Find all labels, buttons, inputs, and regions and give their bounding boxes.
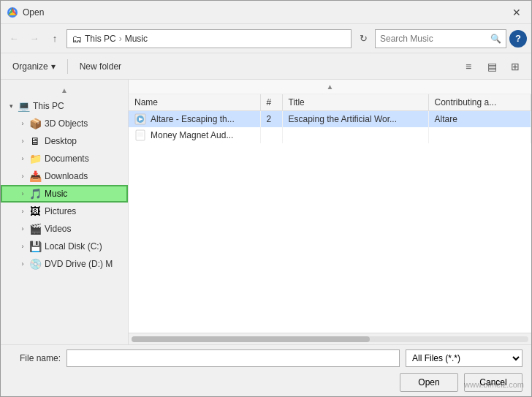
filetype-select[interactable]: All Files (*.*)Audio FilesMP3 FilesWAV F… — [406, 349, 522, 367]
open-button[interactable]: Open — [400, 373, 458, 392]
sidebar-item-local-disk-c[interactable]: ›💾Local Disk (C:) — [1, 238, 128, 255]
expand-icon-videos[interactable]: › — [17, 223, 28, 235]
file-icon-row2: Money Magnet Aud... — [134, 129, 254, 141]
blank-file-icon — [134, 129, 146, 141]
path-part-thispc: This PC — [85, 34, 116, 44]
cell-contributing — [428, 127, 531, 143]
help-button[interactable]: ? — [509, 30, 527, 48]
media-file-icon — [134, 113, 146, 125]
cancel-button[interactable]: Cancel — [464, 373, 522, 392]
back-button[interactable]: ← — [5, 30, 23, 48]
expand-icon-downloads[interactable]: › — [17, 170, 28, 182]
organize-label: Organize — [12, 61, 48, 72]
address-path[interactable]: 🗂 This PC › Music — [66, 29, 352, 48]
cell-title: Escaping the Artificial Wor... — [282, 111, 428, 128]
expand-icon-dvd-drive-d[interactable]: › — [17, 258, 28, 270]
sidebar-item-videos[interactable]: ›🎬Videos — [1, 220, 128, 238]
cell-title — [282, 127, 428, 143]
tree-icon-music: 🎵 — [28, 187, 42, 200]
file-name-row2: Money Magnet Aud... — [151, 130, 233, 140]
hscroll-area[interactable] — [129, 333, 531, 344]
file-list-container: ▲ Name # Title Contributing a... — [129, 80, 531, 344]
file-table: Name # Title Contributing a... Altare - … — [129, 94, 531, 143]
tree-icon-videos: 🎬 — [28, 222, 42, 235]
open-dialog: Open ✕ ← → ↑ 🗂 This PC › Music ↻ 🔍 ? Org… — [0, 0, 532, 397]
refresh-button[interactable]: ↻ — [354, 30, 372, 48]
sidebar-label-pictures: Pictures — [45, 206, 76, 216]
table-row[interactable]: Money Magnet Aud... — [129, 127, 531, 143]
window-title: Open — [23, 7, 44, 18]
tree-icon-desktop: 🖥 — [28, 135, 42, 148]
sidebar: ▲ ▾💻This PC›📦3D Objects›🖥Desktop›📁Docume… — [1, 80, 129, 344]
toolbar-divider — [67, 59, 68, 74]
svg-rect-5 — [136, 130, 145, 140]
action-row: Open Cancel — [10, 373, 522, 392]
sidebar-label-this-pc: This PC — [33, 101, 64, 111]
new-folder-button[interactable]: New folder — [74, 57, 127, 76]
path-part-music: Music — [125, 34, 148, 44]
tree-icon-documents: 📁 — [28, 152, 42, 165]
sidebar-item-desktop[interactable]: ›🖥Desktop — [1, 132, 128, 150]
sidebar-scroll-up[interactable]: ▲ — [1, 83, 128, 97]
hscroll-thumb — [132, 336, 370, 342]
sidebar-item-pictures[interactable]: ›🖼Pictures — [1, 203, 128, 220]
title-bar: Open ✕ — [1, 1, 531, 24]
tree-icon-downloads: 📥 — [28, 170, 42, 183]
col-name[interactable]: Name — [129, 94, 260, 111]
file-name-row1: Altare - Escaping th... — [151, 114, 235, 124]
col-contributing[interactable]: Contributing a... — [428, 94, 531, 111]
file-list-scroll[interactable]: ▲ Name # Title Contributing a... — [129, 80, 531, 333]
sidebar-label-videos: Videos — [45, 224, 71, 234]
sidebar-item-this-pc[interactable]: ▾💻This PC — [1, 97, 128, 115]
view-extra-button[interactable]: ⊞ — [505, 57, 525, 76]
tree-icon-pictures: 🖼 — [28, 205, 42, 218]
col-track[interactable]: # — [260, 94, 282, 111]
address-bar: ← → ↑ 🗂 This PC › Music ↻ 🔍 ? — [1, 24, 531, 53]
filename-input[interactable] — [66, 349, 400, 367]
sidebar-label-downloads: Downloads — [45, 171, 88, 181]
sidebar-item-music[interactable]: ›🎵Music — [1, 185, 128, 203]
sidebar-item-documents[interactable]: ›📁Documents — [1, 150, 128, 167]
sidebar-label-desktop: Desktop — [45, 136, 77, 146]
sidebar-label-music: Music — [45, 189, 67, 199]
bottom-bar: File name: All Files (*.*)Audio FilesMP3… — [1, 344, 531, 396]
organize-button[interactable]: Organize ▾ — [7, 57, 61, 76]
hscroll-track — [132, 336, 528, 342]
close-button[interactable]: ✕ — [508, 4, 525, 21]
view-list-button[interactable]: ≡ — [458, 57, 479, 76]
tree-icon-local-disk-c: 💾 — [28, 240, 42, 253]
search-input[interactable] — [380, 34, 487, 44]
tree-icon-this-pc: 💻 — [17, 99, 30, 113]
expand-icon-this-pc[interactable]: ▾ — [5, 100, 17, 112]
sidebar-item-downloads[interactable]: ›📥Downloads — [1, 167, 128, 185]
expand-icon-local-disk-c[interactable]: › — [17, 241, 28, 252]
search-box: 🔍 — [375, 29, 506, 48]
forward-button[interactable]: → — [26, 30, 43, 48]
expand-icon-desktop[interactable]: › — [17, 135, 28, 147]
table-row[interactable]: Altare - Escaping th...2Escaping the Art… — [129, 111, 531, 128]
tree-icon-3d-objects: 📦 — [28, 117, 42, 130]
col-title[interactable]: Title — [282, 94, 428, 111]
up-button[interactable]: ↑ — [46, 30, 64, 48]
view-detail-button[interactable]: ▤ — [482, 57, 502, 76]
toolbar: Organize ▾ New folder ≡ ▤ ⊞ — [1, 53, 531, 80]
table-header: Name # Title Contributing a... — [129, 94, 531, 111]
expand-icon-3d-objects[interactable]: › — [17, 118, 28, 129]
cell-name: Money Magnet Aud... — [129, 127, 260, 143]
title-bar-left: Open — [7, 7, 44, 18]
expand-icon-documents[interactable]: › — [17, 153, 28, 165]
window-icon — [7, 7, 18, 18]
sidebar-item-dvd-drive-d[interactable]: ›💿DVD Drive (D:) M — [1, 255, 128, 273]
sidebar-label-dvd-drive-d: DVD Drive (D:) M — [45, 259, 113, 269]
expand-icon-pictures[interactable]: › — [17, 205, 28, 217]
main-content: ▲ ▾💻This PC›📦3D Objects›🖥Desktop›📁Docume… — [1, 80, 531, 344]
organize-arrow: ▾ — [51, 61, 56, 72]
tree-icon-dvd-drive-d: 💿 — [28, 257, 42, 271]
expand-icon-music[interactable]: › — [17, 188, 28, 200]
filename-row: File name: All Files (*.*)Audio FilesMP3… — [10, 349, 522, 367]
sidebar-item-3d-objects[interactable]: ›📦3D Objects — [1, 115, 128, 132]
search-icon[interactable]: 🔍 — [490, 33, 501, 45]
cell-track: 2 — [260, 111, 282, 128]
sidebar-label-documents: Documents — [45, 154, 89, 164]
sidebar-label-3d-objects: 3D Objects — [45, 118, 88, 129]
